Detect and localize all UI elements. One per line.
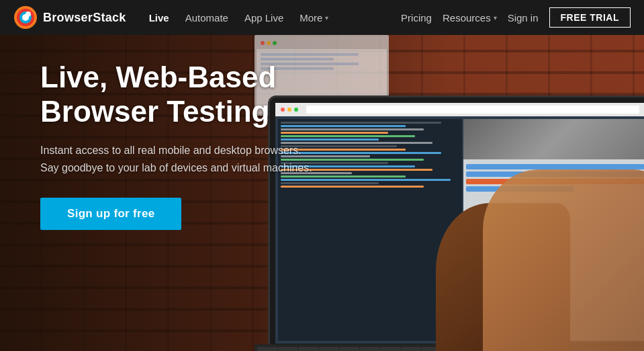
svg-point-4 xyxy=(26,11,31,17)
person-hands xyxy=(483,169,644,351)
nav-link-live[interactable]: Live xyxy=(142,8,176,28)
brand-logo[interactable]: BrowserStack xyxy=(13,5,126,30)
nav-link-more[interactable]: More ▾ xyxy=(293,8,335,28)
resources-chevron-icon: ▾ xyxy=(494,14,497,22)
hero-section: Live, Web-Based Browser Testing Instant … xyxy=(0,0,644,351)
navbar: BrowserStack Live Automate App Live More… xyxy=(0,0,644,35)
laptop-decoration xyxy=(255,75,644,351)
nav-signin[interactable]: Sign in xyxy=(508,12,539,24)
nav-resources[interactable]: Resources ▾ xyxy=(443,12,497,24)
free-trial-button[interactable]: FREE TRIAL xyxy=(549,7,631,28)
nav-link-applive[interactable]: App Live xyxy=(238,8,290,28)
hero-content: Live, Web-Based Browser Testing Instant … xyxy=(40,61,312,230)
hero-title: Live, Web-Based Browser Testing xyxy=(40,61,312,128)
nav-pricing[interactable]: Pricing xyxy=(401,12,432,24)
nav-links: Live Automate App Live More ▾ xyxy=(142,8,401,28)
brand-name: BrowserStack xyxy=(43,11,126,25)
signup-button[interactable]: Sign up for free xyxy=(40,198,181,230)
more-chevron-icon: ▾ xyxy=(325,14,328,22)
nav-right: Pricing Resources ▾ Sign in FREE TRIAL xyxy=(401,7,631,28)
logo-icon xyxy=(13,5,38,30)
hero-subtitle: Instant access to all real mobile and de… xyxy=(40,142,312,176)
nav-link-automate[interactable]: Automate xyxy=(179,8,235,28)
